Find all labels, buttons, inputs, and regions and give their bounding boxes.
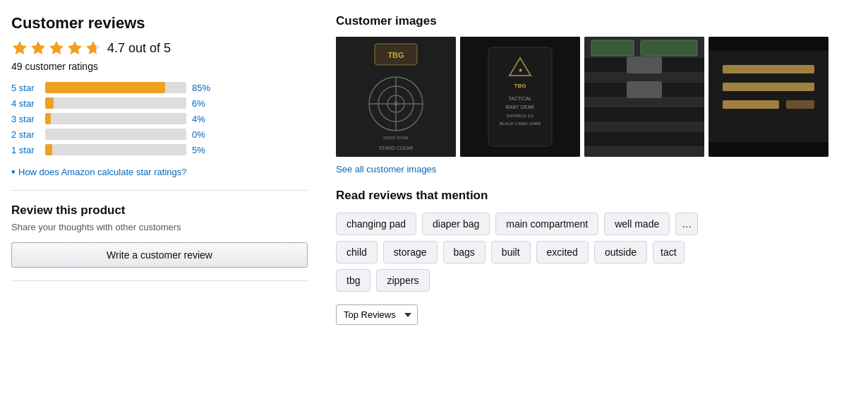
tag-child[interactable]: child — [336, 241, 378, 263]
rating-count: 49 customer ratings — [11, 61, 308, 72]
left-column: Customer reviews — [11, 14, 308, 325]
bar-track-4star — [45, 97, 186, 109]
customer-images-row: TBG STAND CLEAR DROP ZONE — [336, 37, 857, 157]
bar-fill-3star — [45, 113, 51, 124]
chevron-down-icon: ▾ — [11, 167, 16, 177]
review-product-subtitle: Share your thoughts with other customers — [11, 222, 308, 232]
tag-tact[interactable]: tact — [653, 241, 685, 263]
section-title: Customer reviews — [11, 14, 308, 32]
svg-text:DROP ZONE: DROP ZONE — [383, 136, 409, 140]
star-5-icon — [85, 40, 102, 57]
tag-row-3: tbg zippers — [336, 269, 857, 292]
tag-outside[interactable]: outside — [594, 241, 647, 263]
rating-bars: 5 star 85% 4 star 6% 3 star 4% — [11, 82, 308, 155]
svg-rect-35 — [709, 51, 828, 143]
see-all-images-link[interactable]: See all customer images — [336, 164, 857, 174]
bar-pct-2star[interactable]: 0% — [192, 129, 213, 140]
tag-bags[interactable]: bags — [443, 241, 486, 263]
svg-rect-38 — [723, 100, 779, 109]
customer-image-4[interactable] — [709, 37, 828, 157]
customer-image-3[interactable] — [584, 37, 704, 157]
amazon-calc-link[interactable]: ▾ How does Amazon calculate star ratings… — [11, 167, 186, 177]
bar-label-2star[interactable]: 2 star — [11, 129, 40, 140]
svg-text:TBG: TBG — [514, 83, 526, 89]
bar-pct-3star[interactable]: 4% — [192, 114, 213, 124]
sort-dropdown-row: Top Reviews Most Recent — [336, 304, 857, 325]
bar-label-3star[interactable]: 3 star — [11, 114, 40, 124]
star-2-icon — [30, 40, 47, 57]
tag-diaper-bag[interactable]: diaper bag — [422, 213, 490, 235]
svg-marker-2 — [49, 41, 64, 54]
svg-rect-31 — [627, 81, 662, 98]
svg-marker-4 — [86, 41, 100, 54]
svg-rect-36 — [723, 65, 814, 73]
sort-select[interactable]: Top Reviews Most Recent — [336, 304, 418, 325]
bar-track-1star — [45, 144, 186, 155]
tag-row-2: child storage bags built excited outside… — [336, 241, 857, 263]
write-review-button[interactable]: Write a customer review — [11, 242, 308, 268]
svg-marker-1 — [31, 41, 45, 54]
tag-main-compartment[interactable]: main compartment — [495, 213, 598, 235]
tag-built[interactable]: built — [491, 241, 531, 263]
tag-row-1: changing pad diaper bag main compartment… — [336, 213, 857, 235]
tag-rows: changing pad diaper bag main compartment… — [336, 213, 857, 292]
svg-rect-37 — [723, 83, 814, 91]
rating-value: 4.7 out of 5 — [107, 41, 171, 56]
tag-excited[interactable]: excited — [536, 241, 589, 263]
svg-rect-32 — [591, 40, 634, 56]
bar-label-1star[interactable]: 1 star — [11, 145, 40, 155]
customer-images-title: Customer images — [336, 14, 857, 28]
divider-2 — [11, 280, 308, 281]
svg-text:STAND CLEAR: STAND CLEAR — [379, 146, 414, 150]
rating-row: 4.7 out of 5 — [11, 40, 308, 57]
svg-text:TACTICAL: TACTICAL — [508, 96, 531, 101]
svg-rect-28 — [584, 107, 704, 121]
bar-fill-5star — [45, 82, 165, 93]
star-3-icon — [48, 40, 65, 57]
bar-track-2star — [45, 129, 186, 140]
svg-text:DAYPACK 3.0: DAYPACK 3.0 — [507, 114, 534, 118]
svg-text:BABY GEAR: BABY GEAR — [506, 105, 534, 109]
svg-text:TBG: TBG — [387, 51, 404, 59]
bar-track-5star — [45, 82, 186, 93]
star-rating — [11, 40, 102, 57]
tag-tbg[interactable]: tbg — [336, 269, 370, 292]
right-column: Customer images TBG STAND — [336, 14, 857, 325]
bar-fill-1star — [45, 144, 52, 155]
bar-track-3star — [45, 113, 186, 124]
tag-zippers[interactable]: zippers — [376, 269, 429, 292]
svg-marker-0 — [13, 41, 27, 54]
bar-row-4star: 4 star 6% — [11, 97, 308, 109]
svg-rect-29 — [584, 132, 704, 146]
tag-row1-overflow: … — [675, 213, 698, 235]
svg-marker-3 — [68, 41, 82, 54]
review-product-title: Review this product — [11, 203, 308, 218]
tag-changing-pad[interactable]: changing pad — [336, 213, 416, 235]
svg-rect-33 — [641, 40, 697, 56]
bar-row-2star: 2 star 0% — [11, 129, 308, 140]
svg-text:★: ★ — [518, 67, 523, 73]
mention-title: Read reviews that mention — [336, 189, 857, 203]
bar-row-1star: 1 star 5% — [11, 144, 308, 155]
tag-storage[interactable]: storage — [383, 241, 438, 263]
tag-well-made[interactable]: well made — [604, 213, 670, 235]
bar-row-5star: 5 star 85% — [11, 82, 308, 93]
bar-row-3star: 3 star 4% — [11, 113, 308, 124]
bar-label-4star[interactable]: 4 star — [11, 98, 40, 109]
svg-text:BLACK CAMO-10468: BLACK CAMO-10468 — [500, 121, 541, 126]
bar-pct-4star[interactable]: 6% — [192, 98, 213, 109]
customer-image-2[interactable]: ★ TBG TACTICAL BABY GEAR DAYPACK 3.0 BLA… — [460, 37, 580, 157]
bar-fill-4star — [45, 97, 54, 109]
star-1-icon — [11, 40, 28, 57]
svg-rect-30 — [627, 57, 662, 73]
customer-image-1[interactable]: TBG STAND CLEAR DROP ZONE — [336, 37, 456, 157]
bar-pct-1star[interactable]: 5% — [192, 145, 213, 155]
bar-label-5star[interactable]: 5 star — [11, 83, 40, 93]
divider-1 — [11, 190, 308, 191]
star-4-icon — [66, 40, 83, 57]
bar-pct-5star[interactable]: 85% — [192, 83, 213, 93]
svg-rect-39 — [786, 100, 814, 109]
